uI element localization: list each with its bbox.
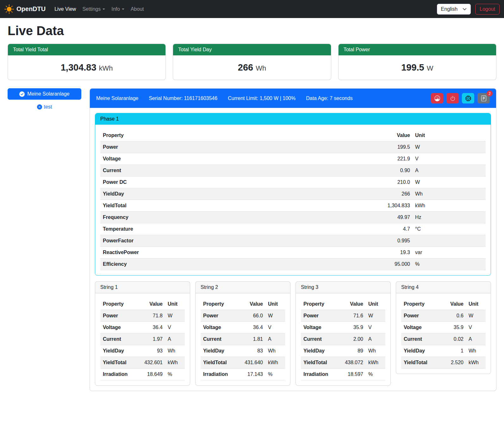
table-row: Efficiency95.000%	[100, 259, 486, 270]
unit-cell: V	[165, 322, 185, 333]
value-cell: 266	[287, 188, 413, 200]
table-row: YieldTotal2.520kWh	[401, 357, 486, 369]
inverter-panel-body: Phase 1 Property Value Unit	[90, 108, 496, 391]
logout-button[interactable]: Logout	[475, 4, 500, 15]
column-header-value: Value	[337, 298, 366, 310]
table-row: YieldDay93Wh	[100, 345, 185, 357]
table-row: Power71.8W	[100, 310, 185, 322]
inverter-name-label: Meine Solaranlage	[27, 91, 69, 97]
device-info-button[interactable]	[462, 93, 474, 103]
unit-cell: Wh	[413, 188, 486, 200]
property-cell: PowerFactor	[100, 235, 287, 247]
value-cell: 1.97	[137, 333, 165, 345]
column-header-unit: Unit	[413, 130, 486, 141]
table-header-row: PropertyValueUnit	[401, 298, 486, 310]
limit-settings-button[interactable]	[431, 93, 443, 103]
power-button[interactable]	[446, 93, 459, 103]
property-cell: YieldDay	[100, 345, 137, 357]
value-cell: 1,304.833	[287, 200, 413, 212]
unit-cell: var	[413, 247, 486, 259]
unit-cell: A	[413, 165, 486, 177]
inverter-panel: Meine Solaranlage Serial Number: 1161716…	[90, 88, 496, 391]
value-cell: 35.9	[441, 322, 466, 333]
language-select[interactable]: English	[437, 4, 471, 15]
table-row: Voltage35.9V	[401, 322, 486, 333]
journal-icon	[481, 96, 487, 101]
value-cell: 0.995	[287, 235, 413, 247]
value-cell: 89	[337, 345, 366, 357]
string-title: String 1	[95, 282, 190, 293]
value-cell: 17.143	[237, 369, 265, 380]
card-header: Total Yield Total	[8, 44, 165, 55]
table-row: YieldDay266Wh	[100, 188, 486, 200]
speedometer-icon	[434, 96, 440, 101]
unit-cell: kWh	[265, 357, 285, 369]
string-table: PropertyValueUnit Power66.0W Voltage36.4…	[201, 298, 285, 380]
card-value: 1,304.83	[61, 62, 96, 72]
property-cell: Voltage	[401, 322, 441, 333]
unit-cell: kWh	[165, 357, 185, 369]
value-cell: 95.000	[287, 259, 413, 270]
value-cell: 93	[137, 345, 165, 357]
column-header-unit: Unit	[366, 298, 385, 310]
table-row: Power71.6W	[301, 310, 385, 322]
inverter-panel-header: Meine Solaranlage Serial Number: 1161716…	[90, 89, 496, 108]
value-cell: 0.90	[287, 165, 413, 177]
column-header-property: Property	[100, 298, 137, 310]
inverter-item-test[interactable]: test	[8, 104, 81, 110]
table-header-row: PropertyValueUnit	[100, 298, 185, 310]
nav-item-about[interactable]: About	[128, 4, 147, 15]
unit-cell: %	[366, 369, 385, 380]
string-2-card: String 2 PropertyValueUnit Power66.0W Vo…	[195, 281, 290, 386]
event-log-button[interactable]: 2	[477, 93, 490, 103]
inverter-select-button[interactable]: Meine Solaranlage	[8, 88, 81, 100]
property-cell: YieldDay	[401, 345, 441, 357]
table-row: YieldTotal1,304.833kWh	[100, 200, 486, 212]
power-icon	[450, 96, 456, 101]
nav-item-label: Live View	[54, 6, 76, 12]
property-cell: Voltage	[100, 153, 287, 165]
card-value: 266	[238, 62, 253, 72]
unit-cell: V	[466, 322, 486, 333]
value-cell: 1.81	[237, 333, 265, 345]
property-cell: Irradiation	[301, 369, 337, 380]
table-row: Power DC210.0W	[100, 177, 486, 188]
page-title: Live Data	[8, 24, 496, 38]
nav-item-label: Settings	[82, 6, 101, 12]
card-body: 1,304.83kWh	[8, 55, 165, 80]
card-value: 199.5	[401, 62, 424, 72]
unit-cell: %	[413, 259, 486, 270]
column-header-unit: Unit	[466, 298, 486, 310]
value-cell: 4.7	[287, 223, 413, 235]
value-cell: 18.649	[137, 369, 165, 380]
column-header-unit: Unit	[165, 298, 185, 310]
unit-cell: W	[413, 177, 486, 188]
value-cell: 0.6	[441, 310, 466, 322]
brand-link[interactable]: OpenDTU	[4, 4, 46, 14]
unit-cell: W	[466, 310, 486, 322]
property-cell: Power DC	[100, 177, 287, 188]
card-unit: kWh	[99, 64, 113, 72]
nav-item-info[interactable]: Info	[108, 4, 128, 15]
column-header-property: Property	[201, 298, 237, 310]
unit-cell: Wh	[366, 345, 385, 357]
nav-item-settings[interactable]: Settings	[79, 4, 108, 15]
nav-item-live-view[interactable]: Live View	[51, 4, 79, 15]
value-cell: 18.597	[337, 369, 366, 380]
unit-cell: kWh	[413, 200, 486, 212]
property-cell: Power	[201, 310, 237, 322]
unit-cell: A	[466, 333, 486, 345]
table-header-row: PropertyValueUnit	[301, 298, 385, 310]
card-unit: W	[427, 64, 433, 72]
value-cell: 1	[441, 345, 466, 357]
value-cell: 2.520	[441, 357, 466, 369]
table-row: Voltage35.9V	[301, 322, 385, 333]
unit-cell: V	[413, 153, 486, 165]
property-cell: YieldTotal	[401, 357, 441, 369]
table-row: Power199.5W	[100, 141, 486, 153]
column-header-unit: Unit	[265, 298, 285, 310]
string-title: String 3	[296, 282, 390, 293]
inverter-sidebar: Meine Solaranlage test	[8, 88, 81, 110]
unit-cell: A	[366, 333, 385, 345]
table-row: Current0.02A	[401, 333, 486, 345]
